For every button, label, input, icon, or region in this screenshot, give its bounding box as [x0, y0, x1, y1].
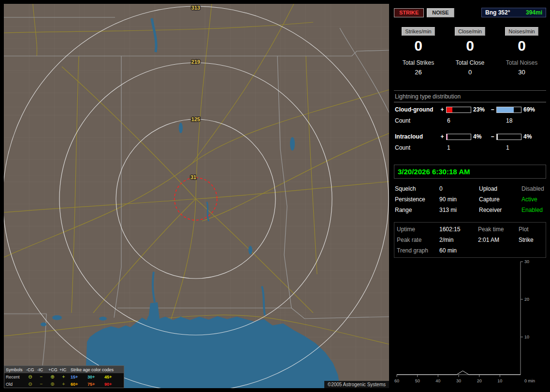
peak-rate-label: Peak rate: [397, 237, 439, 243]
distribution-title: Lightning type distribution: [394, 90, 546, 102]
cg-plus-percent: 23%: [473, 106, 490, 113]
strikes-per-min-button[interactable]: Strikes/min: [402, 27, 434, 36]
plot-header: Plot: [519, 226, 543, 233]
uptime-label: Uptime: [397, 226, 439, 233]
age-code-60: 60+: [69, 382, 86, 387]
receiver-status-grid: Squelch 0 Upload Disabled Persistence 90…: [394, 185, 546, 213]
symbol-old-pos-ic-icon: +: [58, 381, 69, 387]
y-tick-20: 20: [524, 297, 529, 302]
y-tick-10: 10: [524, 335, 529, 339]
cg-plus-bar: [446, 107, 471, 113]
map-canvas[interactable]: 313 219 125 31: [4, 4, 389, 388]
session-stats-box: Uptime 1602:15 Peak time Plot Peak rate …: [394, 222, 546, 258]
total-close-value: 0: [446, 69, 494, 76]
legend-recent-label: Recent: [4, 375, 25, 379]
trend-graph: 30 20 10 60 50 40 30 20 10 0 min: [394, 259, 546, 386]
age-code-15: 15+: [69, 375, 86, 379]
x-tick-10: 10: [497, 378, 502, 383]
x-tick-30: 30: [456, 378, 461, 383]
ring-label-219: 219: [191, 59, 200, 65]
clock-readout: 3/20/2026 6:30:18 AM: [394, 165, 546, 179]
lightning-distribution-section: Lightning type distribution Cloud-ground…: [394, 90, 546, 153]
ic-minus-bar-fill: [497, 134, 498, 140]
strike-mode-button[interactable]: STRIKE: [394, 8, 424, 17]
cg-minus-bar: [496, 107, 521, 113]
minus-sign: −: [490, 133, 495, 140]
symbol-old-pos-cg-icon: ⊕: [47, 381, 58, 387]
peak-time-header: Peak time: [478, 226, 519, 233]
cg-plus-count: 6: [439, 117, 497, 124]
cloud-ground-row: Cloud-ground + 23% − 69%: [394, 104, 546, 115]
legend-type-header: +IC: [58, 367, 69, 372]
squelch-value: 0: [439, 185, 479, 192]
map-panel[interactable]: 313 219 125 31 Symbols -CG -IC +CG +IC S…: [4, 4, 389, 388]
x-tick-50: 50: [415, 378, 420, 383]
status-panel: STRIKE NOISE Bng 352° 394mi Strikes/min …: [394, 4, 546, 388]
legend-type-header: +CG: [47, 367, 58, 372]
legend-symbols-header: Symbols: [4, 367, 25, 372]
close-per-min-button[interactable]: Close/min: [455, 27, 485, 36]
receiver-label: Receiver: [479, 207, 521, 213]
cloud-ground-label: Cloud-ground: [394, 106, 439, 113]
ic-plus-percent: 4%: [473, 133, 490, 140]
bearing-value: Bng 352°: [485, 9, 510, 16]
ic-plus-bar: [446, 134, 471, 140]
distance-value: 394mi: [526, 9, 542, 16]
cg-minus-percent: 69%: [523, 106, 540, 113]
plus-sign: +: [439, 106, 445, 113]
trend-graph-value: 60 min: [439, 247, 478, 254]
persistence-value: 90 min: [439, 196, 479, 203]
ic-plus-count: 1: [439, 144, 497, 151]
bearing-readout: Bng 352° 394mi: [481, 8, 546, 17]
counter-strikes: Strikes/min 0 Total Strikes 26: [394, 27, 443, 76]
copyright-label: ©2005 Astrogenic Systems: [324, 381, 389, 388]
ic-minus-count: 1: [497, 144, 509, 151]
symbol-old-neg-ic-icon: −: [36, 381, 47, 387]
intracloud-label: Intracloud: [394, 133, 439, 140]
legend-old-label: Old: [4, 382, 25, 387]
cloud-ground-count-row: Count 6 18: [394, 115, 546, 126]
x-tick-20: 20: [477, 378, 482, 383]
total-noises-label: Total Noises: [497, 59, 546, 66]
capture-label: Capture: [479, 196, 521, 203]
upload-value: Disabled: [521, 185, 546, 192]
age-code-75: 75+: [86, 382, 103, 387]
intracloud-count-row: Count 1 1: [394, 142, 546, 153]
counter-noises: Noises/min 0 Total Noises 30: [497, 27, 546, 76]
age-code-30: 30+: [86, 375, 103, 379]
lightning-monitor-window: 313 219 125 31 Symbols -CG -IC +CG +IC S…: [0, 0, 550, 392]
ic-plus-bar-fill: [447, 134, 448, 140]
count-label: Count: [394, 144, 439, 151]
range-label: Range: [395, 207, 439, 213]
ic-minus-bar: [496, 134, 521, 140]
counter-close: Close/min 0 Total Close 0: [446, 27, 494, 76]
symbol-recent-pos-ic-icon: +: [58, 374, 69, 379]
cg-plus-bar-fill: [447, 107, 452, 112]
cg-minus-bar-fill: [497, 107, 514, 112]
total-close-label: Total Close: [446, 59, 494, 66]
symbol-recent-pos-cg-icon: ⊕: [47, 374, 58, 379]
legend-type-header: -IC: [36, 367, 47, 372]
plus-sign: +: [439, 133, 445, 140]
squelch-label: Squelch: [395, 185, 439, 192]
x-tick-60: 60: [394, 378, 399, 383]
symbol-recent-neg-ic-icon: −: [36, 374, 47, 379]
symbol-recent-neg-cg-icon: ⊖: [25, 374, 36, 379]
peak-rate-value: 2/min: [439, 237, 478, 243]
x-tick-40: 40: [435, 378, 440, 383]
trend-graph-label: Trend graph: [397, 247, 439, 254]
total-noises-value: 30: [497, 69, 546, 76]
age-code-45: 45+: [103, 375, 120, 379]
ring-label-31: 31: [190, 174, 196, 180]
intracloud-row: Intracloud + 4% − 4%: [394, 131, 546, 142]
capture-value: Active: [521, 196, 546, 203]
upload-label: Upload: [479, 185, 521, 192]
range-value: 313 mi: [439, 207, 479, 213]
noise-mode-button[interactable]: NOISE: [427, 8, 454, 17]
close-per-min-value: 0: [446, 39, 494, 53]
uptime-value: 1602:15: [439, 226, 478, 233]
total-strikes-value: 26: [394, 69, 443, 76]
rate-counters: Strikes/min 0 Total Strikes 26 Close/min…: [394, 27, 546, 76]
minus-sign: −: [490, 106, 495, 113]
noises-per-min-button[interactable]: Noises/min: [505, 27, 538, 36]
